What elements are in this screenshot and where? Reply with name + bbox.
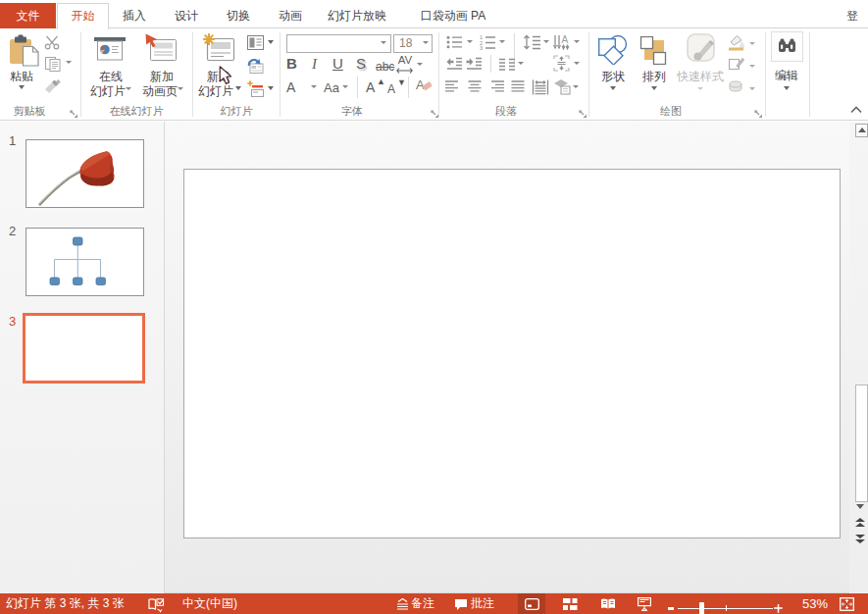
svg-text:3: 3: [480, 45, 483, 50]
svg-text:A: A: [562, 34, 569, 45]
